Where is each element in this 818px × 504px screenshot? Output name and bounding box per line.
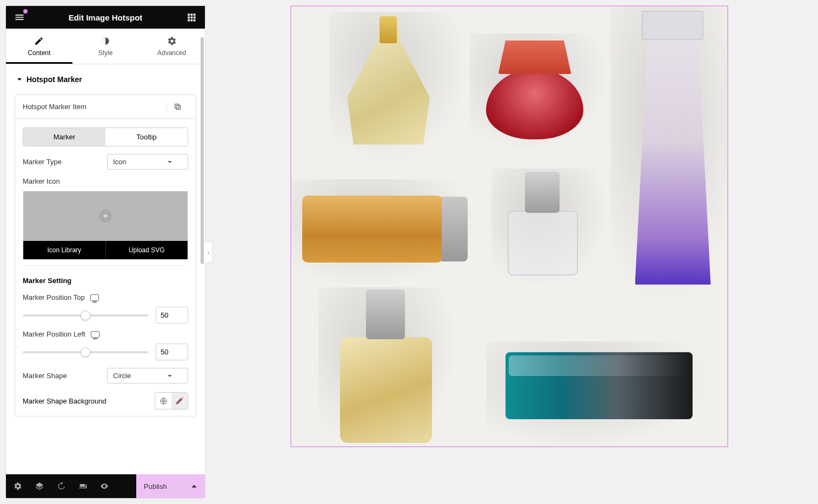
editor-panel: Edit Image Hotspot Content Style Advance… bbox=[5, 5, 205, 499]
pos-top-slider[interactable] bbox=[23, 314, 148, 317]
subtab-marker[interactable]: Marker bbox=[23, 128, 105, 146]
marker-type-row: Marker Type Icon bbox=[15, 146, 196, 170]
bottle-3-cap bbox=[642, 11, 703, 40]
pos-top-label: Marker Position Top bbox=[23, 293, 85, 301]
devices-icon[interactable] bbox=[78, 482, 87, 490]
svg-rect-11 bbox=[175, 104, 179, 109]
preview-icon[interactable] bbox=[100, 482, 109, 490]
bottle-1-cap bbox=[380, 16, 397, 43]
marker-bg-label: Marker Shape Background bbox=[23, 397, 107, 405]
pos-left-label: Marker Position Left bbox=[23, 330, 85, 338]
panel-header: Edit Image Hotspot bbox=[6, 6, 205, 29]
add-icon: + bbox=[99, 210, 112, 223]
canvas bbox=[205, 5, 813, 499]
apps-icon[interactable] bbox=[185, 11, 197, 23]
subtab-tooltip[interactable]: Tooltip bbox=[105, 128, 188, 146]
main-tabs: Content Style Advanced bbox=[6, 29, 205, 64]
bottle-4-cap bbox=[442, 197, 468, 261]
notification-dot bbox=[23, 9, 28, 14]
svg-rect-5 bbox=[194, 17, 196, 19]
menu-icon[interactable] bbox=[14, 11, 25, 23]
tab-content-label: Content bbox=[28, 49, 50, 57]
marker-shape-select[interactable]: Circle bbox=[107, 368, 188, 384]
svg-rect-10 bbox=[176, 105, 181, 110]
history-icon[interactable] bbox=[57, 482, 65, 490]
subtabs: Marker Tooltip bbox=[23, 127, 188, 146]
marker-icon-label: Marker Icon bbox=[15, 170, 196, 185]
marker-shape-label: Marker Shape bbox=[23, 372, 67, 380]
tab-style-label: Style bbox=[98, 49, 113, 57]
tab-advanced-label: Advanced bbox=[157, 49, 186, 57]
bottle-2 bbox=[486, 69, 583, 139]
hotspot-item: Hotspot Marker Item Marker Tooltip Marke… bbox=[15, 95, 196, 416]
responsive-icon[interactable] bbox=[90, 294, 99, 301]
marker-icon-area: + Icon Library Upload SVG bbox=[23, 191, 188, 260]
bottle-7-shine bbox=[509, 355, 687, 376]
settings-icon[interactable] bbox=[14, 482, 22, 490]
publish-button[interactable]: Publish bbox=[136, 474, 205, 498]
pos-left-slider[interactable] bbox=[23, 351, 148, 353]
scrollbar[interactable] bbox=[201, 37, 204, 264]
panel-title: Edit Image Hotspot bbox=[69, 13, 143, 22]
marker-type-select[interactable]: Icon bbox=[107, 154, 188, 170]
item-title: Hotspot Marker Item bbox=[23, 103, 87, 111]
marker-type-value: Icon bbox=[113, 158, 127, 166]
bottle-3 bbox=[635, 17, 711, 293]
icon-preview[interactable]: + bbox=[23, 191, 188, 241]
marker-setting-heading: Marker Setting bbox=[15, 266, 196, 287]
layers-icon[interactable] bbox=[35, 482, 44, 490]
svg-rect-1 bbox=[190, 14, 192, 16]
tab-content[interactable]: Content bbox=[6, 29, 72, 64]
tab-style[interactable]: Style bbox=[72, 29, 139, 64]
svg-rect-7 bbox=[190, 19, 192, 22]
publish-label: Publish bbox=[144, 482, 167, 490]
responsive-icon[interactable] bbox=[91, 331, 99, 338]
color-picker-icon[interactable] bbox=[171, 393, 188, 409]
svg-rect-4 bbox=[190, 17, 192, 19]
preview-frame[interactable] bbox=[290, 5, 728, 447]
svg-rect-6 bbox=[188, 19, 190, 22]
marker-shape-row: Marker Shape Circle bbox=[15, 360, 196, 384]
svg-rect-3 bbox=[188, 17, 190, 19]
collapse-panel-icon[interactable]: ‹ bbox=[205, 241, 212, 263]
item-header[interactable]: Hotspot Marker Item bbox=[15, 95, 196, 119]
marker-type-label: Marker Type bbox=[23, 158, 62, 166]
svg-rect-2 bbox=[194, 14, 196, 16]
svg-line-13 bbox=[176, 397, 183, 404]
copy-icon[interactable] bbox=[167, 103, 188, 111]
upload-svg-button[interactable]: Upload SVG bbox=[106, 241, 188, 259]
bottle-5-cap bbox=[525, 172, 560, 213]
section-hotspot-marker[interactable]: Hotspot Marker bbox=[15, 64, 196, 91]
marker-bg-row: Marker Shape Background bbox=[15, 384, 196, 416]
bottle-4 bbox=[302, 196, 443, 263]
bottle-5 bbox=[508, 211, 578, 275]
global-color-icon[interactable] bbox=[155, 393, 171, 409]
panel-footer: Publish bbox=[6, 474, 205, 498]
pos-left-row: Marker Position Left bbox=[15, 324, 196, 360]
bottle-6 bbox=[340, 337, 432, 443]
svg-rect-0 bbox=[188, 14, 190, 16]
section-title: Hotspot Marker bbox=[26, 75, 82, 84]
pos-top-row: Marker Position Top bbox=[15, 287, 196, 324]
tab-advanced[interactable]: Advanced bbox=[138, 29, 205, 64]
icon-library-button[interactable]: Icon Library bbox=[23, 241, 106, 259]
svg-rect-8 bbox=[194, 19, 196, 22]
bottle-2-cap bbox=[498, 41, 571, 74]
marker-shape-value: Circle bbox=[113, 372, 131, 380]
bottle-6-cap bbox=[366, 290, 405, 339]
panel-body: Hotspot Marker Hotspot Marker Item Marke… bbox=[6, 64, 205, 474]
pos-top-input[interactable] bbox=[156, 307, 188, 324]
pos-left-input[interactable] bbox=[156, 344, 188, 360]
